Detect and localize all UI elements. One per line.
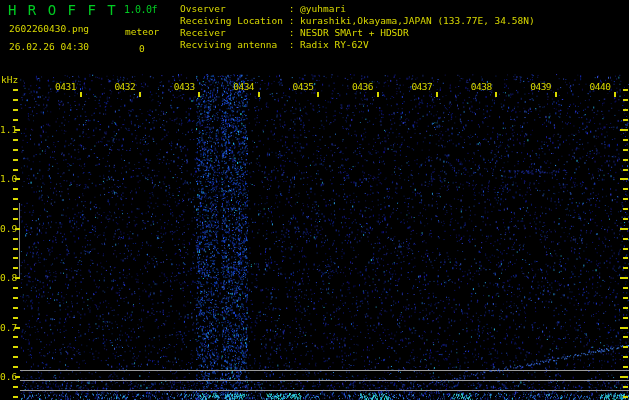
time-tick-label: 0432 [114,82,135,92]
app-title: H R O F F T [8,3,117,17]
freq-major-tick-right [620,277,628,279]
meteor-count-label: meteor [125,27,159,37]
freq-minor-tick-left [13,218,18,220]
freq-minor-tick-right [623,257,628,259]
freq-minor-tick-right [623,317,628,319]
time-tick-mark [614,92,616,97]
time-tick-mark [258,92,260,97]
hrofft-output-image: H R O F F T 1.0.0f 2602260430.png meteor… [0,0,629,400]
meteor-count-value: 0 [139,44,145,54]
freq-minor-tick-right [623,346,628,348]
freq-minor-tick-right [623,139,628,141]
freq-minor-tick-right [623,208,628,210]
freq-minor-tick-right [623,366,628,368]
freq-minor-tick-left [13,198,18,200]
time-tick-label: 0440 [590,82,611,92]
freq-tick-label: 0.6 [0,372,15,382]
freq-minor-tick-left [13,159,18,161]
freq-minor-tick-left [13,109,18,111]
freq-minor-tick-left [13,89,18,91]
freq-minor-tick-left [13,366,18,368]
freq-minor-tick-right [623,336,628,338]
freq-major-tick-right [620,327,628,329]
freq-major-tick-right [620,129,628,131]
freq-tick-label: 0.8 [0,273,15,283]
freq-minor-tick-right [623,307,628,309]
observer-info-block: Ovserver : @yuhmariReceiving Location : … [180,3,535,51]
time-tick-label: 0437 [411,82,432,92]
freq-minor-tick-right [623,248,628,250]
freq-tick-label: 0.7 [0,323,15,333]
freq-axis-unit-label: kHz [1,75,18,85]
freq-minor-tick-right [623,149,628,151]
freq-tick-label: 1.1 [0,125,15,135]
time-tick-label: 0433 [174,82,195,92]
freq-minor-tick-left [13,386,18,388]
time-tick-label: 0434 [233,82,254,92]
freq-minor-tick-right [623,386,628,388]
freq-minor-tick-left [13,257,18,259]
time-tick-label: 0438 [471,82,492,92]
freq-major-tick-left [15,327,20,329]
freq-minor-tick-left [13,208,18,210]
app-version: 1.0.0f [124,5,157,15]
freq-minor-tick-right [623,198,628,200]
freq-major-tick-left [15,376,20,378]
freq-minor-tick-right [623,89,628,91]
freq-minor-tick-left [13,396,18,398]
observer-info-line: Receiving Location : kurashiki,Okayama,J… [180,15,535,27]
time-tick-mark [317,92,319,97]
freq-minor-tick-left [13,188,18,190]
freq-minor-tick-left [13,267,18,269]
output-filename: 2602260430.png [9,24,89,34]
freq-major-tick-left [15,129,20,131]
observer-info-line: Ovserver : @yuhmari [180,3,535,15]
freq-minor-tick-left [13,149,18,151]
time-tick-mark [80,92,82,97]
observer-info-line: Receiver : NESDR SMArt + HDSDR [180,27,535,39]
time-tick-label: 0435 [293,82,314,92]
freq-minor-tick-left [13,119,18,121]
freq-minor-tick-right [623,159,628,161]
freq-minor-tick-left [13,346,18,348]
freq-minor-tick-right [623,356,628,358]
spectrogram-canvas [0,0,629,400]
freq-minor-tick-right [623,218,628,220]
freq-minor-tick-left [13,317,18,319]
freq-minor-tick-left [13,287,18,289]
freq-minor-tick-left [13,99,18,101]
freq-minor-tick-right [623,109,628,111]
time-tick-mark [436,92,438,97]
freq-major-tick-right [620,228,628,230]
freq-minor-tick-right [623,119,628,121]
freq-minor-tick-right [623,297,628,299]
time-tick-label: 0436 [352,82,373,92]
freq-minor-tick-left [13,238,18,240]
freq-major-tick-left [15,277,20,279]
freq-minor-tick-left [13,307,18,309]
freq-minor-tick-left [13,297,18,299]
freq-minor-tick-right [623,267,628,269]
freq-major-tick-right [620,178,628,180]
freq-minor-tick-right [623,396,628,398]
freq-minor-tick-left [13,336,18,338]
freq-minor-tick-left [13,169,18,171]
freq-minor-tick-right [623,238,628,240]
freq-major-tick-left [15,178,20,180]
time-tick-mark [377,92,379,97]
freq-minor-tick-left [13,248,18,250]
capture-timestamp: 26.02.26 04:30 [9,42,89,52]
freq-minor-tick-left [13,139,18,141]
time-tick-label: 0439 [530,82,551,92]
time-tick-mark [139,92,141,97]
freq-major-tick-left [15,228,20,230]
freq-tick-label: 1.0 [0,174,15,184]
freq-minor-tick-right [623,169,628,171]
time-tick-label: 0431 [55,82,76,92]
freq-tick-label: 0.9 [0,224,15,234]
time-tick-mark [555,92,557,97]
freq-minor-tick-right [623,287,628,289]
freq-major-tick-right [620,376,628,378]
time-tick-mark [495,92,497,97]
freq-minor-tick-right [623,188,628,190]
